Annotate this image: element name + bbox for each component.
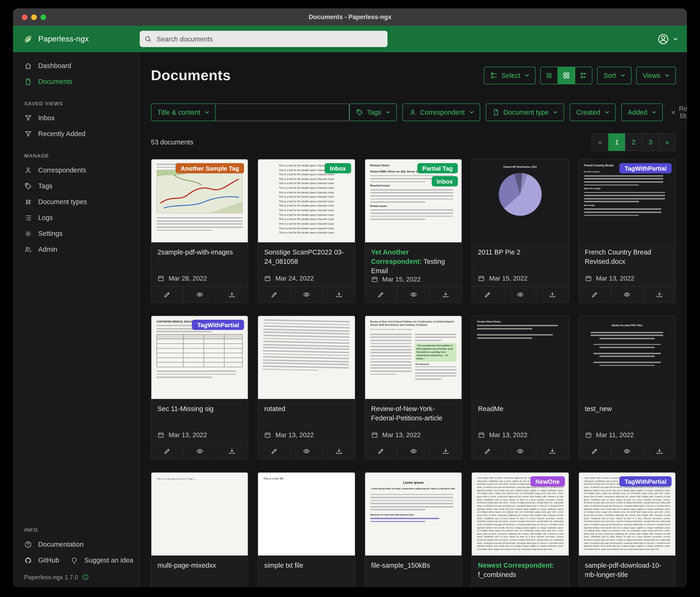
pagination-prev-button[interactable]: « bbox=[592, 133, 609, 151]
document-thumbnail[interactable]: CONTINUING MEDICAL EDUCATIONTagWithParti… bbox=[151, 316, 248, 399]
filter-text-input[interactable] bbox=[216, 103, 349, 121]
tag-pill[interactable]: Another Sample Tag bbox=[176, 163, 244, 173]
tag-pill[interactable]: TagWithPartial bbox=[620, 476, 672, 486]
sidebar-item-documents[interactable]: Documents bbox=[13, 74, 139, 90]
view-document-button[interactable] bbox=[183, 443, 216, 459]
search-input[interactable] bbox=[155, 35, 383, 43]
sidebar-item-documentation[interactable]: Documentation bbox=[13, 536, 139, 552]
document-thumbnail[interactable]: Another Sample Tag bbox=[151, 159, 248, 242]
views-button[interactable]: Views bbox=[636, 67, 676, 85]
view-document-button[interactable] bbox=[504, 443, 536, 459]
document-title[interactable]: multi-page-mixedxx bbox=[157, 560, 242, 570]
tag-pill[interactable]: Inbox bbox=[431, 176, 458, 186]
download-document-button[interactable] bbox=[429, 287, 461, 303]
document-title[interactable]: file-sample_150kBs bbox=[371, 560, 456, 570]
view-document-button[interactable] bbox=[504, 287, 536, 303]
document-thumbnail[interactable]: This is a multi page document. Page 1. bbox=[151, 473, 248, 555]
view-list-button[interactable] bbox=[540, 67, 558, 85]
download-document-button[interactable] bbox=[643, 287, 675, 303]
document-correspondent-link[interactable]: Yet Another Correspondent: bbox=[371, 248, 422, 265]
global-search[interactable] bbox=[140, 31, 388, 47]
download-document-button[interactable] bbox=[216, 443, 248, 459]
document-title[interactable]: Review-of-New-York-Federal-Petitions-art… bbox=[371, 404, 456, 423]
sidebar-item-inbox[interactable]: Inbox bbox=[13, 110, 139, 126]
tag-pill[interactable]: Partial Tag bbox=[417, 163, 458, 173]
filter-field-button[interactable]: Title & content bbox=[151, 103, 216, 121]
view-detail-button[interactable] bbox=[575, 67, 593, 85]
document-title[interactable]: rotated bbox=[264, 404, 349, 413]
view-document-button[interactable] bbox=[290, 443, 323, 459]
view-grid-button[interactable] bbox=[557, 67, 575, 85]
filter-created-button[interactable]: Created bbox=[570, 103, 616, 121]
edit-document-button[interactable] bbox=[258, 287, 290, 303]
document-thumbnail[interactable]: Lorem ipsum dolor sit amet, consectetur … bbox=[579, 473, 675, 555]
sidebar-item-github[interactable]: GitHub bbox=[13, 552, 64, 568]
pagination-next-button[interactable]: » bbox=[658, 133, 676, 151]
document-title[interactable]: 2sample-pdf-with-images bbox=[157, 247, 242, 257]
sidebar-item-correspondents[interactable]: Correspondents bbox=[13, 162, 139, 178]
document-title[interactable]: sample-pdf-download-10-mb-longer-title bbox=[585, 560, 669, 579]
sidebar-item-admin[interactable]: Admin bbox=[13, 241, 139, 257]
download-document-button[interactable] bbox=[643, 443, 675, 459]
sidebar-item-tags[interactable]: Tags bbox=[13, 178, 139, 194]
tag-pill[interactable]: TagWithPartial bbox=[620, 163, 672, 173]
reset-filters-button[interactable]: × Reset filters bbox=[668, 104, 687, 120]
filter-correspondent-button[interactable]: Correspondent bbox=[402, 103, 480, 121]
window-minimize-button[interactable] bbox=[31, 14, 37, 20]
tag-pill[interactable]: NewOne bbox=[530, 476, 565, 486]
window-close-button[interactable] bbox=[22, 14, 27, 20]
edit-document-button[interactable] bbox=[472, 287, 504, 303]
document-thumbnail[interactable]: Release NotesSimba ODBC Driver for SQL S… bbox=[365, 159, 462, 242]
edit-document-button[interactable] bbox=[579, 443, 610, 459]
edit-document-button[interactable] bbox=[258, 443, 290, 459]
document-title[interactable]: test_new bbox=[585, 404, 669, 413]
view-document-button[interactable] bbox=[610, 443, 643, 459]
sidebar-item-logs[interactable]: Logs bbox=[13, 210, 139, 225]
filter-added-button[interactable]: Added bbox=[621, 103, 663, 121]
document-correspondent-link[interactable]: Newest Correspondent: bbox=[478, 562, 554, 569]
edit-document-button[interactable] bbox=[579, 287, 610, 303]
sidebar-item-recently-added[interactable]: Recently Added bbox=[13, 126, 139, 142]
sidebar-item-document-types[interactable]: Document types bbox=[13, 194, 139, 210]
app-brand[interactable]: Paperless-ngx bbox=[22, 33, 140, 45]
edit-document-button[interactable] bbox=[472, 443, 504, 459]
document-title[interactable]: Yet Another Correspondent: Testing Email bbox=[371, 247, 456, 276]
pagination-page-2-button[interactable]: 2 bbox=[625, 133, 642, 151]
document-title[interactable]: French Country Bread Revised.docx bbox=[585, 247, 669, 266]
document-title[interactable]: simple txt file bbox=[264, 560, 349, 570]
edit-document-button[interactable] bbox=[151, 287, 183, 303]
download-document-button[interactable] bbox=[323, 287, 355, 303]
download-document-button[interactable] bbox=[536, 287, 569, 303]
select-button[interactable]: Select bbox=[484, 67, 535, 85]
document-thumbnail[interactable]: This is a test for the double space char… bbox=[258, 159, 355, 242]
info-icon[interactable] bbox=[82, 574, 89, 581]
document-title[interactable]: ReadMe bbox=[478, 404, 562, 413]
edit-document-button[interactable] bbox=[365, 287, 397, 303]
pagination-page-3-button[interactable]: 3 bbox=[642, 133, 659, 151]
tag-pill[interactable]: Inbox bbox=[325, 163, 351, 173]
document-thumbnail[interactable]: Lorem ipsum dolor sit amet, consectetur … bbox=[472, 473, 569, 555]
download-document-button[interactable] bbox=[429, 443, 461, 459]
tag-pill[interactable]: TagWithPartial bbox=[192, 320, 244, 330]
document-thumbnail[interactable]: French Country BreadFor the Lesson:Make … bbox=[579, 159, 675, 242]
sort-button[interactable]: Sort bbox=[597, 67, 631, 85]
pagination-page-1-button[interactable]: 1 bbox=[608, 133, 625, 151]
download-document-button[interactable] bbox=[536, 443, 569, 459]
filter-document-type-button[interactable]: Document type bbox=[485, 103, 564, 121]
download-document-button[interactable] bbox=[323, 443, 355, 459]
sidebar-item-settings[interactable]: Settings bbox=[13, 225, 139, 241]
document-thumbnail[interactable]: Contact Sheet Demo bbox=[472, 316, 569, 399]
view-document-button[interactable] bbox=[610, 287, 643, 303]
suggest-idea-link[interactable]: Suggest an idea bbox=[64, 552, 138, 568]
document-thumbnail[interactable]: Review of New York Federal Petitions for… bbox=[365, 316, 462, 399]
sidebar-item-dashboard[interactable]: Dashboard bbox=[13, 58, 139, 74]
view-document-button[interactable] bbox=[397, 443, 429, 459]
view-document-button[interactable] bbox=[183, 287, 216, 303]
document-title[interactable]: Newest Correspondent: f_combineds bbox=[478, 560, 562, 579]
document-thumbnail[interactable]: Adobe Acrobat PDF Files bbox=[579, 316, 675, 399]
document-thumbnail[interactable] bbox=[258, 316, 355, 399]
document-thumbnail[interactable]: Patient BP Distribution 2011 bbox=[472, 159, 569, 242]
document-title[interactable]: Sec 11-Missing sig bbox=[157, 404, 242, 413]
window-zoom-button[interactable] bbox=[41, 14, 46, 20]
edit-document-button[interactable] bbox=[151, 443, 183, 459]
